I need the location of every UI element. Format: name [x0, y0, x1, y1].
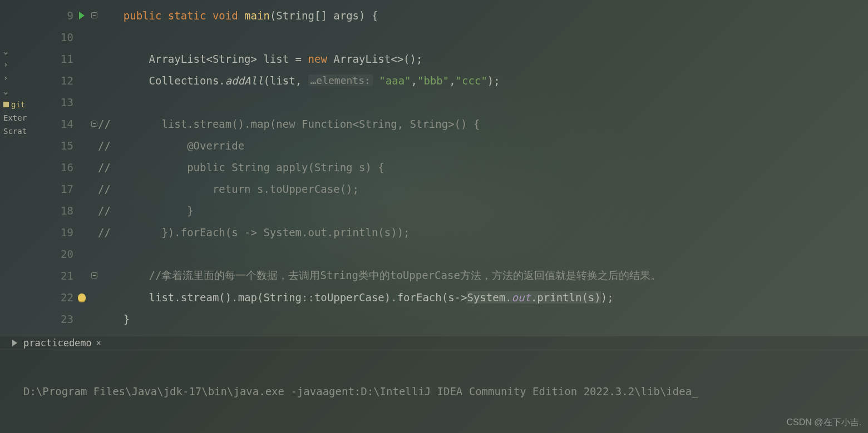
external-libraries[interactable]: Exter — [0, 111, 29, 125]
line-number: 23 — [51, 313, 73, 325]
line-number: 20 — [51, 248, 73, 260]
tree-chevron[interactable]: ⌄ — [0, 44, 29, 58]
line-number: 18 — [51, 205, 73, 217]
console-header-line: D:\Program Files\Java\jdk-17\bin\java.ex… — [23, 384, 868, 400]
fold-column[interactable] — [90, 4, 98, 336]
line-number: 21 — [51, 270, 73, 282]
gutter[interactable]: 9 10 11 12 13 14 15 16 17 18 19 20 21 22 — [29, 4, 90, 336]
console-line: AAA — [23, 430, 868, 433]
gitignore-label: git — [11, 100, 25, 109]
console-tabbar[interactable]: practicedemo × — [0, 336, 868, 350]
line-number: 14 — [51, 118, 73, 130]
line-number: 13 — [51, 96, 73, 108]
console-tab[interactable]: practicedemo × — [7, 336, 106, 350]
file-icon — [3, 102, 9, 107]
line-number: 22 — [51, 291, 73, 303]
line-number: 19 — [51, 226, 73, 238]
line-number: 10 — [51, 31, 73, 43]
console-tab-label: practicedemo — [23, 337, 92, 349]
watermark: CSDN @在下小吉. — [787, 417, 861, 429]
line-number: 17 — [51, 183, 73, 195]
line-number: 15 — [51, 140, 73, 152]
line-number: 12 — [51, 74, 73, 87]
console-output[interactable]: D:\Program Files\Java\jdk-17\bin\java.ex… — [0, 350, 868, 433]
line-number: 11 — [51, 53, 73, 65]
fold-toggle-icon[interactable] — [91, 12, 97, 18]
gitignore-file[interactable]: git — [0, 98, 29, 111]
line-number: 16 — [51, 161, 73, 173]
tree-chevron[interactable]: › — [0, 58, 29, 71]
code-editor[interactable]: 9 10 11 12 13 14 15 16 17 18 19 20 21 22 — [29, 0, 868, 336]
scratches[interactable]: Scrat — [0, 125, 29, 138]
line-number: 9 — [51, 9, 73, 22]
run-console[interactable]: practicedemo × D:\Program Files\Java\jdk… — [0, 336, 868, 433]
fold-toggle-icon[interactable] — [91, 121, 97, 127]
run-icon[interactable] — [73, 12, 90, 19]
lightbulb-icon[interactable] — [73, 293, 90, 301]
code-content[interactable]: public static void main(String[] args) {… — [98, 4, 868, 336]
close-icon[interactable]: × — [96, 338, 101, 348]
fold-toggle-icon[interactable] — [91, 272, 97, 278]
tree-chevron[interactable]: › — [0, 71, 29, 84]
run-tab-icon — [11, 339, 19, 347]
tree-chevron[interactable]: ⌄ — [0, 84, 29, 98]
